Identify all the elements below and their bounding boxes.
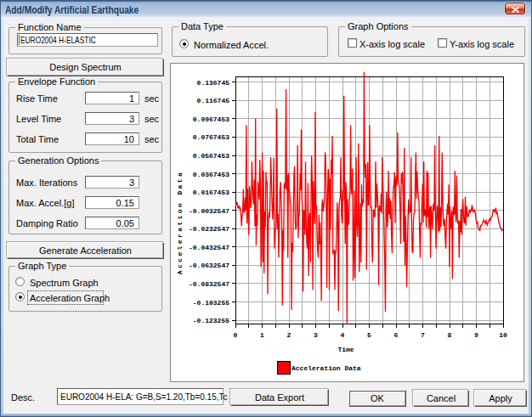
svg-text:8: 8 [448, 331, 452, 339]
svg-text:-0.103255: -0.103255 [193, 299, 229, 307]
svg-text:1: 1 [260, 331, 264, 339]
svg-text:0.0967453: 0.0967453 [193, 116, 229, 123]
svg-text:0.136745: 0.136745 [197, 79, 230, 87]
svg-text:-0.0632547: -0.0632547 [189, 262, 229, 269]
svg-text:-0.123255: -0.123255 [193, 317, 229, 324]
svg-text:Acceleration Data: Acceleration Data [291, 364, 361, 372]
svg-text:-0.0832547: -0.0832547 [189, 280, 229, 288]
svg-text:0.0167453: 0.0167453 [193, 189, 229, 196]
svg-text:7: 7 [421, 331, 425, 339]
svg-text:9: 9 [474, 331, 478, 339]
svg-text:10: 10 [499, 331, 507, 339]
svg-text:-0.0432547: -0.0432547 [189, 244, 229, 251]
svg-text:-0.0032547: -0.0032547 [189, 207, 229, 215]
svg-text:5: 5 [367, 331, 371, 339]
svg-text:2: 2 [287, 331, 291, 339]
svg-text:-0.0232547: -0.0232547 [189, 225, 229, 233]
svg-text:Time: Time [337, 346, 354, 353]
svg-text:0.0367453: 0.0367453 [193, 171, 229, 178]
svg-text:3: 3 [314, 331, 318, 339]
svg-text:Acceleration Data: Acceleration Data [176, 171, 184, 274]
svg-text:6: 6 [394, 331, 399, 339]
svg-text:4: 4 [341, 331, 345, 339]
svg-text:0: 0 [234, 331, 238, 339]
svg-text:0.116745: 0.116745 [197, 97, 230, 104]
svg-text:0.0767453: 0.0767453 [193, 133, 229, 141]
svg-text:0.0567453: 0.0567453 [193, 152, 229, 160]
